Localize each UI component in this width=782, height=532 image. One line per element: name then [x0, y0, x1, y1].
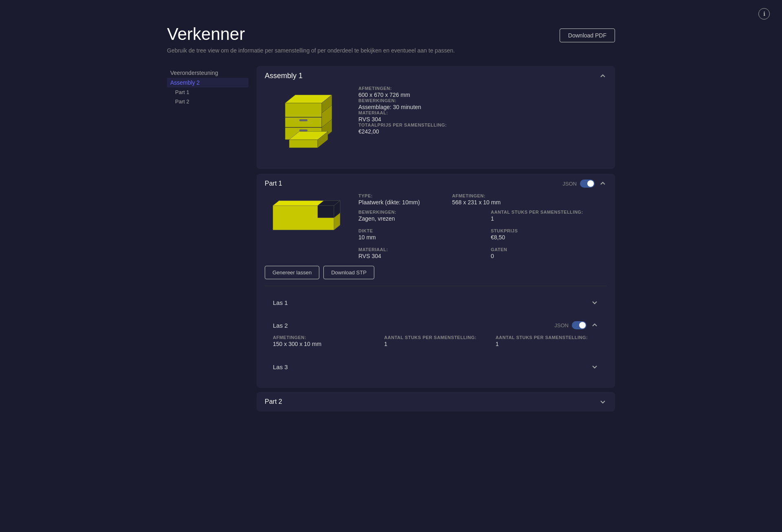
assembly1-3d: [265, 86, 346, 161]
las2-json-toggle[interactable]: [572, 321, 586, 329]
las3-chevron[interactable]: [591, 363, 599, 371]
page-subtitle: Gebruik de tree view om de informatie pe…: [167, 47, 455, 54]
part1-dikte: DIKTE 10 mm: [358, 228, 474, 241]
page-title: Verkenner: [167, 24, 455, 44]
svg-rect-6: [299, 129, 308, 131]
part1-stukprijs-label: STUKPRIJS: [491, 228, 607, 233]
assembly1-body: AFMETINGEN: 600 x 670 x 726 mm BEWERKING…: [257, 86, 615, 169]
part2-collapse-icon[interactable]: [599, 398, 607, 406]
part1-afmetingen-label: AFMETINGEN:: [452, 193, 501, 198]
part1-json-toggle[interactable]: [580, 180, 595, 188]
las2-aantal1-value: 1: [384, 341, 487, 347]
sidebar-item-part2[interactable]: Part 2: [167, 97, 248, 106]
part1-panel: Part 1 JSON: [257, 174, 615, 388]
sidebar-item-assembly2[interactable]: Assembly 2: [167, 78, 248, 88]
part1-header: Part 1 JSON: [257, 174, 615, 193]
part1-aantal-value: 1: [491, 215, 607, 222]
las2-aantal2: AANTAL STUKS PER SAMENSTELLING: 1: [496, 335, 599, 347]
las2-afmetingen-label: AFMETINGEN:: [273, 335, 376, 340]
part2-title: Part 2: [265, 398, 282, 405]
las3-header[interactable]: Las 3: [265, 357, 607, 377]
las3-item: Las 3: [265, 357, 607, 377]
part2-panel: Part 2: [257, 392, 615, 412]
assembly1-collapse-icon[interactable]: [599, 72, 607, 80]
las3-title: Las 3: [273, 363, 288, 370]
materiaal-value: RVS 304: [358, 116, 607, 123]
download-pdf-button[interactable]: Download PDF: [560, 28, 615, 42]
part1-gaten-value: 0: [491, 253, 607, 259]
page-header: Verkenner Gebruik de tree view om de inf…: [167, 24, 615, 54]
part1-materiaal: MATERIAAL: RVS 304: [358, 247, 474, 259]
part1-image-row: TYPE: Plaatwerk (dikte: 10mm) AFMETINGEN…: [265, 193, 607, 259]
part1-aantal: AANTAL STUKS PER SAMENSTELLING: 1: [491, 210, 607, 222]
las1-chevron[interactable]: [591, 298, 599, 307]
svg-rect-5: [299, 119, 308, 121]
bewerkingen-label: BEWERKINGEN:: [358, 98, 607, 103]
las2-item: Las 2 JSON: [265, 315, 607, 354]
part1-aantal-label: AANTAL STUKS PER SAMENSTELLING:: [491, 210, 607, 215]
las1-title: Las 1: [273, 299, 288, 306]
prijs-label: TOTAALPRIJS PER SAMENSTELLING:: [358, 123, 607, 127]
part1-bewerkingen-value: Zagen, vrezen: [358, 215, 474, 222]
afmetingen-value: 600 x 670 x 726 mm: [358, 92, 607, 98]
info-icon[interactable]: ℹ: [758, 8, 770, 20]
part1-materiaal-value: RVS 304: [358, 253, 474, 259]
assembly1-header: Assembly 1: [257, 66, 615, 86]
sidebar-item-part1[interactable]: Part 1: [167, 88, 248, 97]
type-value: Plaatwerk (dikte: 10mm): [358, 199, 428, 206]
las2-aantal1: AANTAL STUKS PER SAMENSTELLING: 1: [384, 335, 487, 347]
part1-materiaal-label: MATERIAAL:: [358, 247, 474, 252]
las2-json-label: JSON: [554, 322, 569, 328]
part1-divider: [265, 286, 607, 286]
part1-gaten-label: GATEN: [491, 247, 607, 252]
part1-afmetingen-value: 568 x 231 x 10 mm: [452, 199, 501, 206]
main-content: Assembly 1: [257, 66, 615, 416]
las2-afmetingen: AFMETINGEN: 150 x 300 x 10 mm: [273, 335, 376, 347]
las2-aantal1-label: AANTAL STUKS PER SAMENSTELLING:: [384, 335, 487, 340]
genereer-lassen-button[interactable]: Genereer lassen: [265, 266, 319, 279]
las1-item: Las 1: [265, 293, 607, 312]
part1-json-label: JSON: [562, 181, 577, 187]
assembly1-title: Assembly 1: [265, 72, 303, 80]
assembly1-panel: Assembly 1: [257, 66, 615, 169]
part1-title: Part 1: [265, 180, 282, 187]
svg-marker-14: [318, 206, 334, 218]
las2-chevron[interactable]: [591, 321, 599, 329]
part1-body: TYPE: Plaatwerk (dikte: 10mm) AFMETINGEN…: [257, 193, 615, 388]
type-label: TYPE:: [358, 193, 428, 198]
assembly1-image: [265, 86, 346, 161]
las2-aantal2-value: 1: [496, 341, 599, 347]
las2-header: Las 2 JSON: [265, 315, 607, 335]
sidebar: Veerondersteuning Assembly 2 Part 1 Part…: [167, 66, 248, 416]
las2-body: AFMETINGEN: 150 x 300 x 10 mm AANTAL STU…: [265, 335, 607, 354]
part1-afmetingen: AFMETINGEN: 568 x 231 x 10 mm: [452, 193, 501, 206]
part1-button-row: Genereer lassen Download STP: [265, 266, 607, 279]
part1-stukprijs-value: €8,50: [491, 234, 607, 241]
prijs-value: €242,00: [358, 128, 607, 135]
part1-meta-left: TYPE: Plaatwerk (dikte: 10mm): [358, 193, 428, 206]
svg-marker-8: [289, 140, 318, 148]
las2-aantal2-label: AANTAL STUKS PER SAMENSTELLING:: [496, 335, 599, 340]
bewerkingen-value: Assemblage: 30 minuten: [358, 104, 607, 110]
part1-bewerkingen: BEWERKINGEN: Zagen, vrezen: [358, 210, 474, 222]
part1-json-toggle-container: JSON: [562, 180, 595, 188]
assembly1-info: AFMETINGEN: 600 x 670 x 726 mm BEWERKING…: [358, 86, 607, 161]
part1-bewerkingen-label: BEWERKINGEN:: [358, 210, 474, 215]
part1-stukprijs: STUKPRIJS €8,50: [491, 228, 607, 241]
afmetingen-label: AFMETINGEN:: [358, 86, 607, 91]
part1-3d: [265, 193, 346, 242]
las2-afmetingen-value: 150 x 300 x 10 mm: [273, 341, 376, 347]
download-stp-button[interactable]: Download STP: [323, 266, 374, 279]
las2-grid: AFMETINGEN: 150 x 300 x 10 mm AANTAL STU…: [273, 335, 599, 347]
part1-gaten: GATEN 0: [491, 247, 607, 259]
part2-header: Part 2: [257, 392, 615, 412]
part1-collapse-icon[interactable]: [599, 180, 607, 188]
part1-dikte-label: DIKTE: [358, 228, 474, 233]
materiaal-label: MATERIAAL:: [358, 110, 607, 115]
las1-header[interactable]: Las 1: [265, 293, 607, 312]
part1-dikte-value: 10 mm: [358, 234, 474, 241]
las2-title: Las 2: [273, 322, 288, 329]
sidebar-item-root[interactable]: Veerondersteuning: [167, 68, 248, 78]
las2-json-toggle-container: JSON: [554, 321, 586, 329]
